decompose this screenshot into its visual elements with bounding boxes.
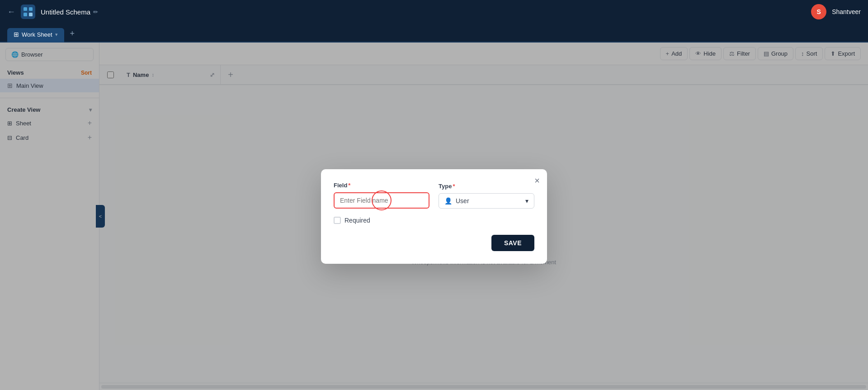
modal-overlay: × Field * Type *	[0, 43, 868, 390]
svg-rect-4	[29, 13, 33, 16]
svg-rect-3	[24, 13, 27, 16]
page-title: Untitled Schema ✏	[41, 8, 98, 16]
field-label: Field *	[334, 182, 429, 189]
worksheet-icon: ⊞	[14, 31, 19, 38]
tab-worksheet-label: Work Sheet	[22, 31, 52, 38]
app-logo	[21, 5, 35, 19]
svg-rect-1	[24, 7, 27, 11]
required-checkbox[interactable]	[334, 217, 341, 224]
required-row: Required	[334, 217, 534, 224]
save-button[interactable]: SAVE	[491, 235, 534, 251]
modal-footer: SAVE	[334, 235, 534, 251]
type-required-star: *	[453, 183, 455, 190]
username: Shantveer	[832, 8, 861, 15]
tab-bar: ⊞ Work Sheet ▾ +	[0, 24, 868, 43]
type-select-dropdown[interactable]: 👤 User ▾	[439, 193, 534, 209]
chevron-down-icon: ▾	[525, 197, 528, 205]
add-field-modal: × Field * Type *	[321, 169, 547, 264]
main-layout: 🌐 Browser Views Sort ⊞ Main View Create …	[0, 43, 868, 390]
avatar: S	[811, 4, 826, 19]
svg-rect-0	[21, 5, 35, 19]
tab-dropdown-icon[interactable]: ▾	[55, 32, 58, 38]
back-button[interactable]: ←	[7, 7, 15, 17]
field-section: Field *	[334, 182, 429, 209]
modal-form-row: Field * Type * 👤	[334, 182, 534, 209]
field-name-input[interactable]	[334, 192, 429, 209]
add-tab-button[interactable]: +	[66, 27, 79, 40]
type-label: Type *	[439, 183, 534, 190]
modal-close-button[interactable]: ×	[534, 176, 540, 186]
user-icon: 👤	[444, 197, 452, 205]
type-value: User	[456, 197, 469, 205]
field-input-wrapper	[334, 192, 429, 209]
field-required-star: *	[348, 182, 350, 189]
tab-worksheet[interactable]: ⊞ Work Sheet ▾	[7, 28, 64, 43]
top-nav: ← Untitled Schema ✏ S Shantveer	[0, 0, 868, 24]
required-label: Required	[344, 217, 370, 224]
type-section: Type * 👤 User ▾	[439, 183, 534, 209]
edit-title-icon[interactable]: ✏	[93, 9, 98, 15]
svg-rect-2	[29, 7, 33, 11]
